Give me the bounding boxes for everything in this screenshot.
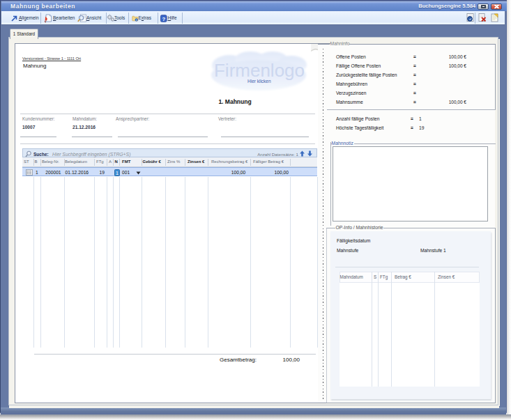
svg-text:Firmenlogo: Firmenlogo <box>214 60 305 81</box>
svg-text:i: i <box>136 19 137 22</box>
svg-text:1: 1 <box>116 170 119 175</box>
svg-text:?: ? <box>162 15 165 22</box>
